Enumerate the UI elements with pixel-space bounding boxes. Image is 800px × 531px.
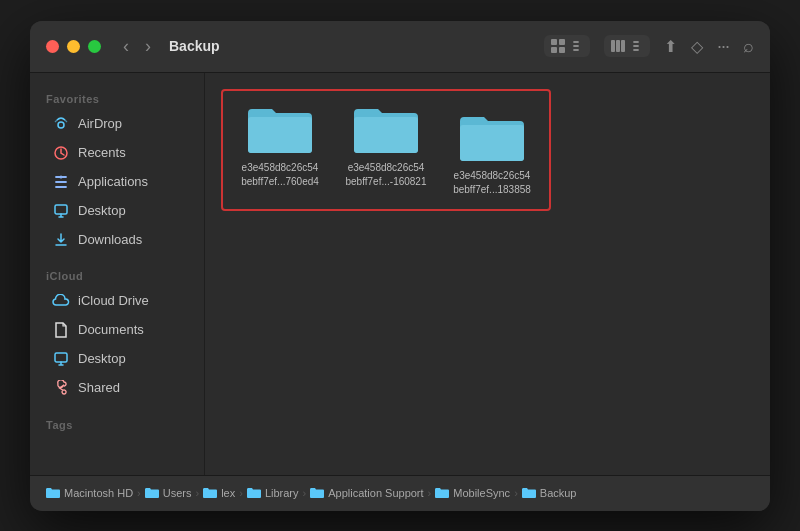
- svg-rect-14: [460, 125, 524, 161]
- breadcrumb-item-1[interactable]: Users: [145, 487, 192, 499]
- sidebar-item-shared[interactable]: Shared: [36, 374, 198, 402]
- breadcrumb-item-2[interactable]: lex: [203, 487, 235, 499]
- toolbar-icons: ⬆ ◇ ··· ⌕: [544, 35, 754, 57]
- breadcrumb-sep-3: ›: [303, 487, 307, 499]
- selection-box: e3e458d8c26c54 bebff7ef...760ed4 e3e458d…: [221, 89, 551, 211]
- desktop-label: Desktop: [78, 203, 126, 218]
- icloud-label: iCloud: [30, 262, 204, 286]
- icloud-desktop-label: Desktop: [78, 351, 126, 366]
- breadcrumb-sep-2: ›: [239, 487, 243, 499]
- folder-item-2[interactable]: e3e458d8c26c54 bebff7ef...-160821: [341, 103, 431, 197]
- svg-point-7: [58, 122, 64, 128]
- content-area: Favorites AirDrop: [30, 73, 770, 475]
- sidebar: Favorites AirDrop: [30, 73, 205, 475]
- breadcrumb-item-3[interactable]: Library: [247, 487, 299, 499]
- sidebar-item-applications[interactable]: Applications: [36, 168, 198, 196]
- traffic-lights: [46, 40, 101, 53]
- shared-label: Shared: [78, 380, 120, 395]
- tags-section: Tags: [30, 403, 204, 439]
- svg-rect-11: [55, 353, 67, 362]
- view-toggle-columns[interactable]: [604, 35, 650, 57]
- folder-3-label: e3e458d8c26c54 bebff7ef...183858: [453, 169, 531, 197]
- search-icon[interactable]: ⌕: [743, 36, 754, 57]
- file-area: e3e458d8c26c54 bebff7ef...760ed4 e3e458d…: [205, 73, 770, 475]
- documents-label: Documents: [78, 322, 144, 337]
- breadcrumb-item-0[interactable]: Macintosh HD: [46, 487, 133, 499]
- downloads-label: Downloads: [78, 232, 142, 247]
- svg-rect-10: [55, 205, 67, 214]
- svg-point-9: [60, 175, 63, 178]
- downloads-icon: [52, 231, 70, 249]
- recents-label: Recents: [78, 145, 126, 160]
- applications-label: Applications: [78, 174, 148, 189]
- breadcrumb-sep-0: ›: [137, 487, 141, 499]
- breadcrumb-sep-4: ›: [428, 487, 432, 499]
- sidebar-item-icloud-drive[interactable]: iCloud Drive: [36, 287, 198, 315]
- finder-window: ‹ › Backup ⬆ ◇ ··· ⌕ Favorites: [30, 21, 770, 511]
- breadcrumb-item-5[interactable]: MobileSync: [435, 487, 510, 499]
- sidebar-item-downloads[interactable]: Downloads: [36, 226, 198, 254]
- tag-icon[interactable]: ◇: [691, 37, 703, 56]
- svg-rect-5: [616, 40, 620, 52]
- desktop-icon: [52, 202, 70, 220]
- share-icon[interactable]: ⬆: [664, 37, 677, 56]
- breadcrumb: Macintosh HD › Users › lex › Library › A…: [46, 487, 577, 499]
- svg-rect-2: [551, 47, 557, 53]
- folder-1-label: e3e458d8c26c54 bebff7ef...760ed4: [241, 161, 319, 189]
- applications-icon: [52, 173, 70, 191]
- sidebar-item-airdrop[interactable]: AirDrop: [36, 110, 198, 138]
- view-toggle-grid[interactable]: [544, 35, 590, 57]
- breadcrumb-sep-1: ›: [195, 487, 199, 499]
- svg-rect-1: [559, 39, 565, 45]
- shared-icon: [52, 379, 70, 397]
- favorites-label: Favorites: [30, 85, 204, 109]
- statusbar: Macintosh HD › Users › lex › Library › A…: [30, 475, 770, 511]
- sidebar-item-desktop[interactable]: Desktop: [36, 197, 198, 225]
- breadcrumb-item-4[interactable]: Application Support: [310, 487, 423, 499]
- sidebar-item-documents[interactable]: Documents: [36, 316, 198, 344]
- back-button[interactable]: ‹: [117, 34, 135, 59]
- icloud-drive-icon: [52, 292, 70, 310]
- svg-rect-6: [621, 40, 625, 52]
- recents-icon: [52, 144, 70, 162]
- folder-item-1[interactable]: e3e458d8c26c54 bebff7ef...760ed4: [235, 103, 325, 197]
- airdrop-icon: [52, 115, 70, 133]
- airdrop-label: AirDrop: [78, 116, 122, 131]
- breadcrumb-sep-5: ›: [514, 487, 518, 499]
- window-title: Backup: [169, 38, 220, 54]
- svg-rect-0: [551, 39, 557, 45]
- sidebar-item-icloud-desktop[interactable]: Desktop: [36, 345, 198, 373]
- tags-label: Tags: [46, 411, 188, 435]
- folder-item-3[interactable]: e3e458d8c26c54 bebff7ef...183858: [447, 111, 537, 197]
- breadcrumb-item-6[interactable]: Backup: [522, 487, 577, 499]
- svg-rect-13: [354, 117, 418, 153]
- documents-icon: [52, 321, 70, 339]
- svg-rect-3: [559, 47, 565, 53]
- more-icon[interactable]: ···: [717, 36, 729, 57]
- close-button[interactable]: [46, 40, 59, 53]
- nav-buttons: ‹ ›: [117, 34, 157, 59]
- svg-rect-4: [611, 40, 615, 52]
- icloud-desktop-icon: [52, 350, 70, 368]
- icloud-drive-label: iCloud Drive: [78, 293, 149, 308]
- svg-rect-12: [248, 117, 312, 153]
- maximize-button[interactable]: [88, 40, 101, 53]
- minimize-button[interactable]: [67, 40, 80, 53]
- forward-button[interactable]: ›: [139, 34, 157, 59]
- sidebar-item-recents[interactable]: Recents: [36, 139, 198, 167]
- titlebar: ‹ › Backup ⬆ ◇ ··· ⌕: [30, 21, 770, 73]
- folder-2-label: e3e458d8c26c54 bebff7ef...-160821: [346, 161, 427, 189]
